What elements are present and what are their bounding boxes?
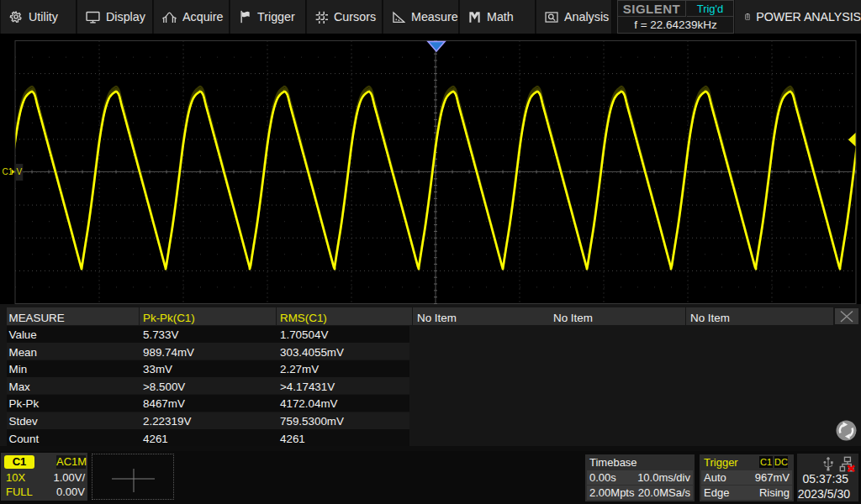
svg-text:V: V (17, 167, 23, 176)
svg-text:C1: C1 (3, 167, 13, 176)
